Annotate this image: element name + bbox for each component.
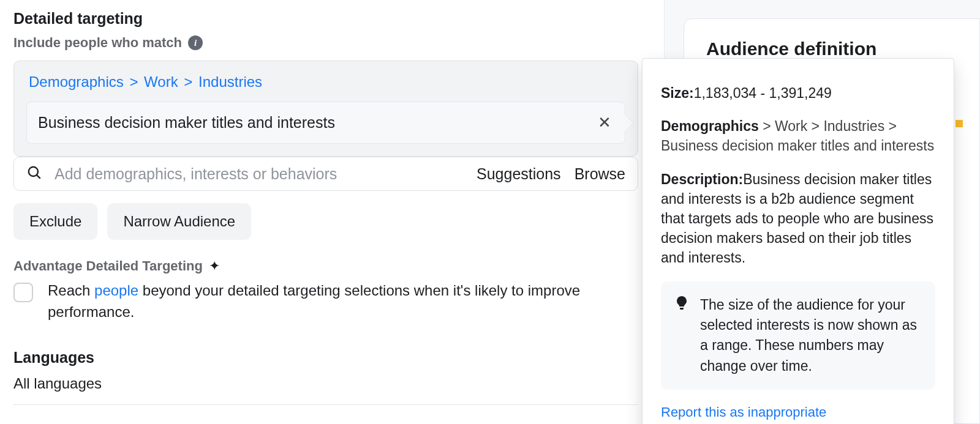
targeting-search-input[interactable] bbox=[55, 165, 464, 183]
search-icon bbox=[26, 165, 42, 183]
svg-point-0 bbox=[29, 167, 38, 176]
lightbulb-icon bbox=[676, 296, 688, 376]
breadcrumb-work[interactable]: Work bbox=[144, 73, 178, 90]
description-label: Description: bbox=[661, 171, 743, 187]
tooltip-breadcrumb-root: Demographics bbox=[661, 118, 759, 134]
detailed-targeting-panel: Detailed targeting Include people who ma… bbox=[13, 10, 638, 405]
suggestions-link[interactable]: Suggestions bbox=[477, 165, 561, 183]
search-row[interactable]: Suggestions Browse bbox=[13, 157, 638, 191]
exclude-button[interactable]: Exclude bbox=[13, 203, 97, 240]
chip-text: Business decision maker titles and inter… bbox=[38, 114, 335, 132]
advantage-label: Advantage Detailed Targeting bbox=[13, 258, 203, 274]
languages-header: Languages bbox=[13, 349, 638, 366]
section-title: Detailed targeting bbox=[13, 10, 638, 28]
breadcrumb: Demographics > Work > Industries bbox=[29, 73, 623, 91]
include-label: Include people who match bbox=[13, 35, 182, 51]
audience-definition-title: Audience definition bbox=[706, 39, 957, 59]
tooltip-info-text: The size of the audience for your select… bbox=[700, 295, 921, 376]
report-inappropriate-link[interactable]: Report this as inappropriate bbox=[661, 404, 935, 420]
targeting-tooltip: Size:1,183,034 - 1,391,249 Demographics … bbox=[642, 58, 954, 424]
close-icon[interactable]: ✕ bbox=[595, 113, 614, 132]
size-label: Size: bbox=[661, 85, 694, 101]
targeting-criteria-box: Demographics > Work > Industries Busines… bbox=[13, 61, 638, 157]
people-link[interactable]: people bbox=[94, 282, 138, 299]
browse-link[interactable]: Browse bbox=[575, 165, 625, 183]
languages-value[interactable]: All languages bbox=[13, 375, 638, 405]
tooltip-arrow-icon bbox=[625, 114, 633, 132]
info-icon[interactable]: i bbox=[188, 35, 203, 50]
svg-line-1 bbox=[37, 175, 40, 178]
advantage-checkbox[interactable] bbox=[13, 283, 33, 302]
advantage-description: Reach people beyond your detailed target… bbox=[48, 280, 611, 323]
chevron-right-icon: > bbox=[129, 73, 138, 90]
breadcrumb-industries[interactable]: Industries bbox=[198, 73, 262, 90]
size-value: 1,183,034 - 1,391,249 bbox=[694, 85, 832, 101]
narrow-audience-button[interactable]: Narrow Audience bbox=[107, 203, 251, 240]
tooltip-info-box: The size of the audience for your select… bbox=[661, 281, 935, 390]
gauge-yellow-fragment bbox=[956, 120, 963, 127]
breadcrumb-demographics[interactable]: Demographics bbox=[29, 73, 124, 90]
targeting-chip[interactable]: Business decision maker titles and inter… bbox=[26, 102, 625, 144]
sparkle-icon: ✦ bbox=[209, 258, 220, 274]
chevron-right-icon: > bbox=[184, 73, 192, 90]
